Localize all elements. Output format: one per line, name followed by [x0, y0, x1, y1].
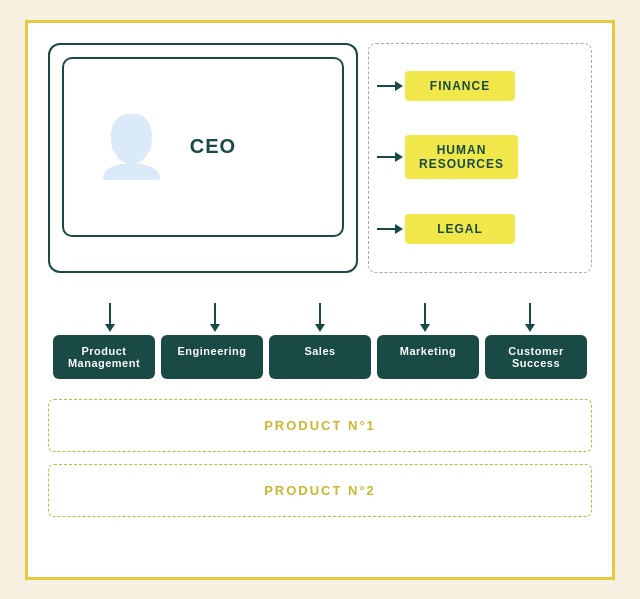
- top-section: 👤 CEO FINANCE HUMAN RESOURCES LEGAL: [48, 43, 592, 273]
- right-boxes-container: FINANCE HUMAN RESOURCES LEGAL: [368, 43, 592, 273]
- finance-arrow-row: FINANCE: [377, 71, 583, 101]
- arrow-to-legal: [377, 228, 397, 230]
- finance-box: FINANCE: [405, 71, 515, 101]
- hr-box: HUMAN RESOURCES: [405, 135, 518, 179]
- ceo-outer-box: 👤 CEO: [48, 43, 358, 273]
- arrow-line-2: [214, 303, 216, 325]
- down-arrow-5: [529, 303, 531, 325]
- dept-engineering: Engineering: [161, 335, 263, 379]
- dept-sales: Sales: [269, 335, 371, 379]
- products-section: PRODUCT N°1 PRODUCT N°2: [48, 399, 592, 517]
- departments-row: Product Management Engineering Sales Mar…: [48, 335, 592, 379]
- ceo-inner-box: 👤 CEO: [62, 57, 344, 237]
- dept-marketing: Marketing: [377, 335, 479, 379]
- arrow-line-4: [424, 303, 426, 325]
- ceo-label: CEO: [190, 135, 236, 158]
- arrow-line-5: [529, 303, 531, 325]
- down-arrow-3: [319, 303, 321, 325]
- down-arrow-4: [424, 303, 426, 325]
- dept-customer-success: Customer Success: [485, 335, 587, 379]
- product-2-box: PRODUCT N°2: [48, 464, 592, 517]
- hr-arrow-row: HUMAN RESOURCES: [377, 135, 583, 179]
- arrow-line-3: [319, 303, 321, 325]
- arrow-line-1: [109, 303, 111, 325]
- arrow-to-hr: [377, 156, 397, 158]
- legal-arrow-row: LEGAL: [377, 214, 583, 244]
- arrow-to-finance: [377, 85, 397, 87]
- down-arrow-2: [214, 303, 216, 325]
- product-1-box: PRODUCT N°1: [48, 399, 592, 452]
- org-chart: 👤 CEO FINANCE HUMAN RESOURCES LEGAL: [25, 20, 615, 580]
- down-arrow-1: [109, 303, 111, 325]
- down-arrows-row: [48, 303, 592, 325]
- legal-box: LEGAL: [405, 214, 515, 244]
- ceo-icon: 👤: [94, 111, 169, 182]
- dept-product-management: Product Management: [53, 335, 155, 379]
